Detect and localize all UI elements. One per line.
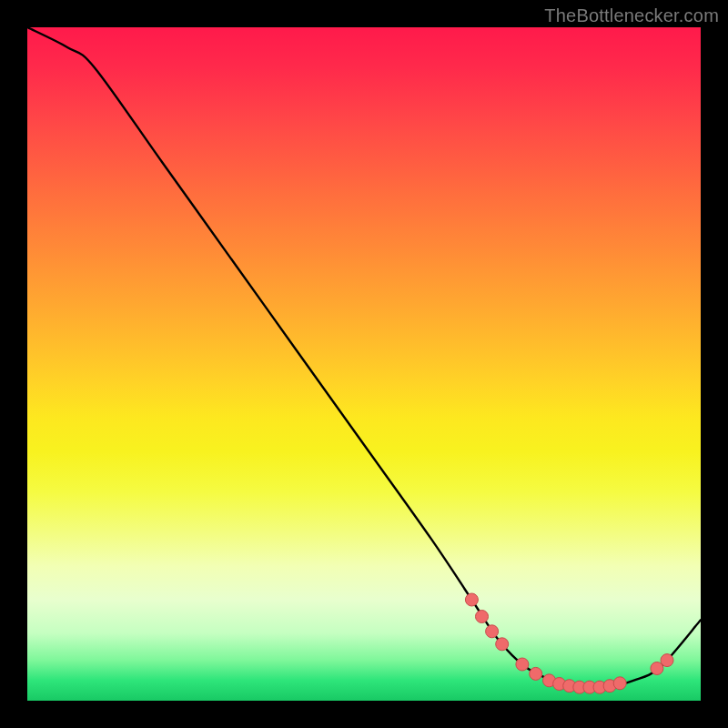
curve-marker	[651, 662, 663, 675]
attribution-label: TheBottlenecker.com	[544, 5, 719, 26]
curve-marker	[613, 677, 626, 690]
curve-marker	[583, 681, 596, 693]
bottleneck-curve	[27, 27, 701, 688]
curve-marker	[465, 593, 478, 606]
chart-plot-area	[27, 27, 701, 701]
curve-marker	[573, 681, 586, 693]
chart-svg	[27, 27, 701, 701]
curve-marker	[496, 638, 509, 651]
curve-marker	[530, 667, 542, 680]
curve-marker	[486, 625, 499, 638]
curve-marker	[543, 674, 556, 687]
curve-marker	[603, 680, 616, 693]
curve-marker	[563, 680, 576, 693]
curve-markers	[465, 593, 673, 693]
curve-marker	[553, 678, 566, 691]
curve-marker	[516, 658, 529, 671]
curve-marker	[476, 611, 489, 623]
curve-marker	[593, 681, 606, 693]
curve-marker	[661, 654, 673, 667]
chart-stage: TheBottlenecker.com	[0, 0, 728, 728]
